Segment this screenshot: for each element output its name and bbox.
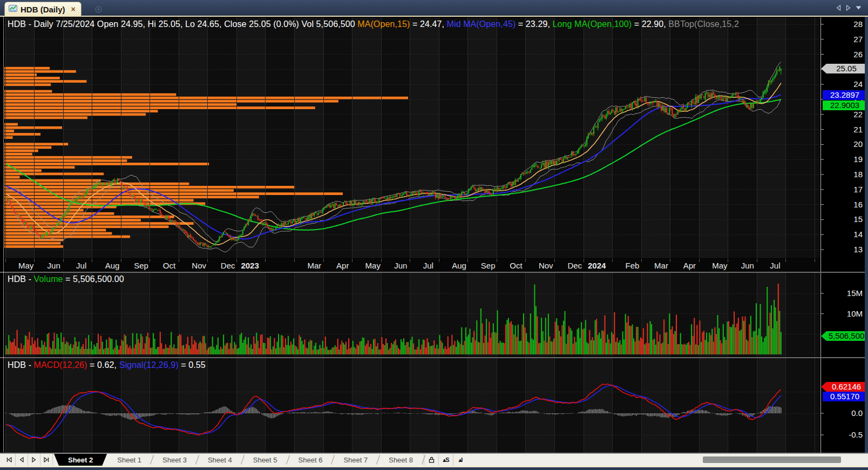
svg-text:Feb: Feb bbox=[626, 261, 640, 270]
price-pane-title: HDB - Daily 7/25/2024 Open 24.95, Hi 25.… bbox=[8, 19, 739, 29]
lock-sheets-button[interactable] bbox=[424, 454, 438, 466]
title-segment: Long MA(Open,100) bbox=[552, 19, 632, 29]
tab-close-icon[interactable]: × bbox=[71, 5, 76, 14]
svg-text:22: 22 bbox=[853, 110, 863, 119]
svg-text:15M: 15M bbox=[847, 288, 863, 298]
title-segment: = 22.90, bbox=[632, 19, 668, 29]
svg-text:May: May bbox=[365, 261, 381, 270]
svg-text:Nov: Nov bbox=[539, 261, 553, 270]
svg-text:2023: 2023 bbox=[241, 261, 259, 270]
svg-text:16: 16 bbox=[853, 200, 863, 209]
chart-thumbnail-icon bbox=[9, 4, 17, 14]
sheet-tab-sheet-3[interactable]: Sheet 3 bbox=[152, 454, 197, 466]
svg-text:Oct: Oct bbox=[163, 261, 176, 270]
svg-text:19: 19 bbox=[853, 155, 863, 164]
app-window: HDB (Daily) × MayJunJulAugSepOctNovDec20… bbox=[0, 0, 868, 470]
sheet-tab-sheet-2[interactable]: Sheet 2 bbox=[54, 454, 107, 466]
scale-toggle-button[interactable]: ▴S bbox=[438, 454, 453, 466]
svg-text:0.0: 0.0 bbox=[851, 408, 863, 418]
svg-text:Aug: Aug bbox=[105, 261, 120, 270]
svg-text:Mar: Mar bbox=[308, 261, 322, 270]
svg-text:Aug: Aug bbox=[452, 261, 466, 270]
title-segment: Signal(12,26,9) bbox=[119, 360, 179, 370]
frame-top-border bbox=[0, 16, 868, 17]
title-segment: MACD(12,26) bbox=[34, 360, 87, 370]
title-segment: HDB - Daily 7/25/2024 Open 24.95, Hi 25.… bbox=[8, 19, 357, 29]
svg-text:17: 17 bbox=[853, 185, 863, 194]
title-segment: Volume bbox=[34, 274, 63, 284]
sheet-tab-sheet-7[interactable]: Sheet 7 bbox=[333, 454, 378, 466]
svg-text:0.55170: 0.55170 bbox=[830, 392, 859, 401]
svg-text:May: May bbox=[18, 261, 34, 270]
svg-text:Sep: Sep bbox=[134, 261, 148, 270]
title-segment: = 0.55 bbox=[179, 360, 206, 370]
svg-text:27: 27 bbox=[853, 35, 863, 44]
title-segment: BBTop(Close,15,2 bbox=[668, 19, 739, 29]
title-segment: = 24.47, bbox=[410, 19, 446, 29]
horizontal-scrollbar[interactable] bbox=[700, 454, 844, 466]
svg-text:18: 18 bbox=[853, 170, 863, 179]
interval-toggle-button[interactable]: ▴I bbox=[453, 454, 467, 466]
sheet-tab-sheet-4[interactable]: Sheet 4 bbox=[198, 454, 242, 466]
document-tab-hdb[interactable]: HDB (Daily) × bbox=[4, 2, 82, 16]
svg-text:10M: 10M bbox=[847, 309, 863, 318]
new-tab-icon[interactable] bbox=[95, 5, 102, 15]
svg-text:Nov: Nov bbox=[192, 261, 206, 270]
svg-text:Jul: Jul bbox=[76, 261, 86, 270]
sheet-tab-sheet-1[interactable]: Sheet 1 bbox=[107, 454, 152, 466]
pane-divider[interactable] bbox=[0, 271, 865, 273]
pane-divider[interactable] bbox=[0, 356, 865, 358]
svg-text:25.05: 25.05 bbox=[836, 64, 857, 73]
svg-text:23.2897: 23.2897 bbox=[830, 90, 859, 99]
sheet-tab-sheet-6[interactable]: Sheet 6 bbox=[288, 454, 333, 466]
title-segment: = 23.29, bbox=[516, 19, 552, 29]
sheet-tab-sheet-5[interactable]: Sheet 5 bbox=[243, 454, 288, 466]
svg-text:Jul: Jul bbox=[770, 261, 780, 270]
document-tab-bar: HDB (Daily) × bbox=[0, 0, 868, 16]
svg-text:Jun: Jun bbox=[741, 261, 754, 270]
title-segment: = 0.62, bbox=[87, 360, 119, 370]
chart-client-area: MayJunJulAugSepOctNovDec2023MarAprMayJun… bbox=[0, 16, 865, 453]
sheet-nav-prev-button[interactable] bbox=[16, 454, 28, 466]
sheet-nav-first-button[interactable] bbox=[3, 454, 16, 466]
sheet-bar: Sheet 2Sheet 1Sheet 3Sheet 4Sheet 5Sheet… bbox=[0, 454, 868, 466]
tab-list-dropdown-icon[interactable] bbox=[856, 6, 862, 10]
svg-text:2024: 2024 bbox=[588, 261, 606, 270]
svg-text:0.62146: 0.62146 bbox=[832, 382, 861, 391]
svg-text:20: 20 bbox=[853, 139, 863, 149]
sheet-nav-next-button[interactable] bbox=[28, 454, 40, 466]
sheet-nav-last-button[interactable] bbox=[40, 454, 53, 466]
svg-text:Dec: Dec bbox=[221, 261, 235, 270]
title-segment: Mid MA(Open,45) bbox=[447, 19, 516, 29]
svg-text:15: 15 bbox=[853, 214, 863, 224]
svg-text:Jul: Jul bbox=[423, 261, 433, 270]
title-segment: = 5,506,500.00 bbox=[63, 274, 124, 284]
svg-text:26: 26 bbox=[853, 50, 863, 59]
svg-text:24: 24 bbox=[853, 79, 863, 89]
svg-text:Oct: Oct bbox=[510, 261, 523, 270]
svg-text:Apr: Apr bbox=[683, 261, 696, 270]
macd-pane-title: HDB - MACD(12,26) = 0.62, Signal(12,26,9… bbox=[8, 360, 206, 370]
volume-pane-title: HDB - Volume = 5,506,500.00 bbox=[8, 274, 124, 284]
svg-text:28: 28 bbox=[853, 19, 863, 29]
title-segment: HDB - bbox=[8, 360, 34, 370]
frame-left-border bbox=[3, 17, 4, 452]
svg-text:22.9003: 22.9003 bbox=[830, 100, 859, 110]
svg-text:Dec: Dec bbox=[567, 261, 582, 270]
svg-text:Sep: Sep bbox=[481, 261, 496, 270]
svg-text:Mar: Mar bbox=[654, 261, 668, 270]
svg-text:13: 13 bbox=[853, 245, 863, 254]
tab-scroll-left-icon[interactable] bbox=[836, 5, 841, 11]
chart-canvas[interactable]: MayJunJulAugSepOctNovDec2023MarAprMayJun… bbox=[0, 16, 865, 453]
svg-text:21: 21 bbox=[853, 125, 863, 134]
tab-scroll-controls bbox=[836, 5, 862, 11]
svg-text:5,506,500: 5,506,500 bbox=[829, 331, 865, 340]
svg-text:14: 14 bbox=[853, 230, 863, 239]
title-segment: MA(Open,15) bbox=[357, 19, 410, 29]
scrollbar-thumb[interactable] bbox=[703, 456, 841, 463]
sheet-tab-sheet-8[interactable]: Sheet 8 bbox=[378, 454, 423, 466]
svg-text:Jun: Jun bbox=[394, 261, 407, 270]
svg-text:Jun: Jun bbox=[48, 261, 60, 270]
tab-scroll-right-icon[interactable] bbox=[846, 5, 851, 11]
svg-text:May: May bbox=[712, 261, 728, 270]
